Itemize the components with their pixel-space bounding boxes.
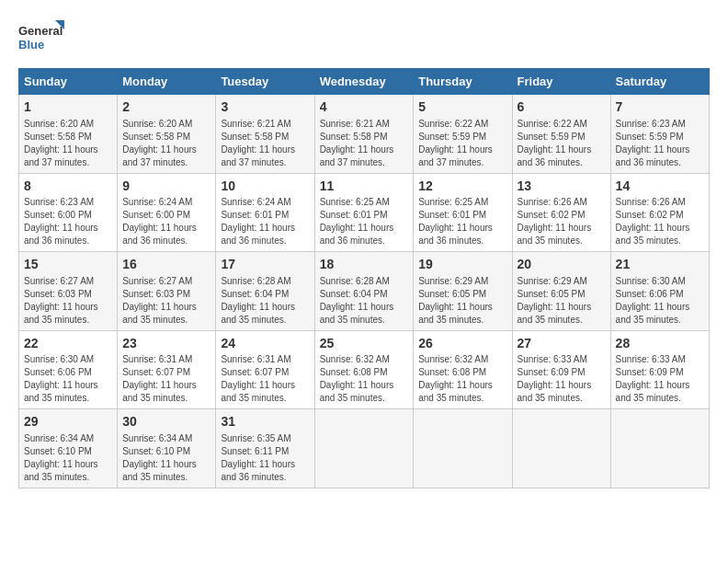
day-number: 27 [518, 335, 606, 353]
day-info: Sunrise: 6:20 AMSunset: 5:58 PMDaylight:… [24, 118, 112, 169]
day-info: Sunrise: 6:27 AMSunset: 6:03 PMDaylight:… [122, 275, 210, 327]
calendar-cell: 18Sunrise: 6:28 AMSunset: 6:04 PMDayligh… [314, 252, 414, 331]
day-number: 7 [616, 98, 704, 117]
day-number: 10 [221, 178, 309, 196]
day-number: 15 [24, 256, 112, 274]
day-number: 28 [616, 335, 704, 353]
day-info: Sunrise: 6:28 AMSunset: 6:04 PMDaylight:… [320, 275, 409, 327]
day-info: Sunrise: 6:29 AMSunset: 6:05 PMDaylight:… [418, 275, 506, 327]
calendar-cell [512, 409, 610, 488]
logo-svg: General Blue [18, 18, 64, 59]
column-header-wednesday: Wednesday [314, 69, 414, 95]
calendar-cell: 30Sunrise: 6:34 AMSunset: 6:10 PMDayligh… [118, 409, 216, 488]
day-number: 26 [418, 335, 506, 353]
day-info: Sunrise: 6:20 AMSunset: 5:58 PMDaylight:… [122, 118, 210, 169]
calendar-cell: 26Sunrise: 6:32 AMSunset: 6:08 PMDayligh… [414, 330, 512, 409]
column-header-thursday: Thursday [414, 69, 512, 95]
day-info: Sunrise: 6:29 AMSunset: 6:05 PMDaylight:… [518, 275, 606, 327]
column-header-tuesday: Tuesday [216, 69, 314, 95]
day-number: 31 [221, 413, 309, 431]
day-info: Sunrise: 6:22 AMSunset: 5:59 PMDaylight:… [418, 118, 506, 169]
calendar-cell: 15Sunrise: 6:27 AMSunset: 6:03 PMDayligh… [19, 252, 118, 331]
calendar-week-2: 8Sunrise: 6:23 AMSunset: 6:00 PMDaylight… [19, 173, 710, 252]
day-number: 9 [122, 178, 210, 196]
calendar-cell: 2Sunrise: 6:20 AMSunset: 5:58 PMDaylight… [118, 95, 216, 174]
day-info: Sunrise: 6:24 AMSunset: 6:01 PMDaylight:… [221, 196, 309, 247]
day-info: Sunrise: 6:23 AMSunset: 5:59 PMDaylight:… [616, 118, 704, 169]
calendar-cell: 3Sunrise: 6:21 AMSunset: 5:58 PMDaylight… [216, 95, 314, 174]
day-number: 6 [518, 98, 606, 117]
day-number: 8 [24, 178, 112, 196]
calendar-cell: 12Sunrise: 6:25 AMSunset: 6:01 PMDayligh… [414, 173, 512, 252]
calendar-cell: 31Sunrise: 6:35 AMSunset: 6:11 PMDayligh… [216, 409, 314, 488]
calendar-cell: 9Sunrise: 6:24 AMSunset: 6:00 PMDaylight… [118, 173, 216, 252]
day-number: 4 [320, 98, 409, 117]
calendar-cell: 20Sunrise: 6:29 AMSunset: 6:05 PMDayligh… [512, 252, 610, 331]
day-number: 22 [24, 335, 112, 353]
calendar-cell: 25Sunrise: 6:32 AMSunset: 6:08 PMDayligh… [314, 330, 414, 409]
day-number: 23 [122, 335, 210, 353]
calendar-cell: 21Sunrise: 6:30 AMSunset: 6:06 PMDayligh… [610, 252, 709, 331]
day-info: Sunrise: 6:30 AMSunset: 6:06 PMDaylight:… [24, 353, 112, 405]
column-header-sunday: Sunday [19, 69, 118, 95]
day-info: Sunrise: 6:33 AMSunset: 6:09 PMDaylight:… [616, 353, 704, 405]
calendar-cell: 11Sunrise: 6:25 AMSunset: 6:01 PMDayligh… [314, 173, 414, 252]
calendar-cell [610, 409, 709, 488]
calendar-cell: 7Sunrise: 6:23 AMSunset: 5:59 PMDaylight… [610, 95, 709, 174]
day-info: Sunrise: 6:34 AMSunset: 6:10 PMDaylight:… [24, 432, 112, 484]
calendar-cell: 24Sunrise: 6:31 AMSunset: 6:07 PMDayligh… [216, 330, 314, 409]
logo: General Blue [18, 18, 64, 59]
day-info: Sunrise: 6:25 AMSunset: 6:01 PMDaylight:… [320, 196, 409, 247]
day-info: Sunrise: 6:26 AMSunset: 6:02 PMDaylight:… [616, 196, 704, 247]
day-number: 19 [418, 256, 506, 274]
calendar-cell: 16Sunrise: 6:27 AMSunset: 6:03 PMDayligh… [118, 252, 216, 331]
day-number: 18 [320, 256, 409, 274]
calendar-cell: 1Sunrise: 6:20 AMSunset: 5:58 PMDaylight… [19, 95, 118, 174]
day-info: Sunrise: 6:27 AMSunset: 6:03 PMDaylight:… [24, 275, 112, 327]
day-info: Sunrise: 6:32 AMSunset: 6:08 PMDaylight:… [418, 353, 506, 405]
day-number: 5 [418, 98, 506, 117]
day-number: 12 [418, 178, 506, 196]
day-info: Sunrise: 6:32 AMSunset: 6:08 PMDaylight:… [320, 353, 409, 405]
day-info: Sunrise: 6:30 AMSunset: 6:06 PMDaylight:… [616, 275, 704, 327]
calendar-cell: 8Sunrise: 6:23 AMSunset: 6:00 PMDaylight… [19, 173, 118, 252]
day-info: Sunrise: 6:31 AMSunset: 6:07 PMDaylight:… [122, 353, 210, 405]
calendar-cell: 13Sunrise: 6:26 AMSunset: 6:02 PMDayligh… [512, 173, 610, 252]
day-info: Sunrise: 6:26 AMSunset: 6:02 PMDaylight:… [518, 196, 606, 247]
day-number: 1 [24, 98, 112, 117]
day-number: 25 [320, 335, 409, 353]
svg-text:General: General [18, 24, 63, 38]
calendar-cell: 10Sunrise: 6:24 AMSunset: 6:01 PMDayligh… [216, 173, 314, 252]
calendar-cell: 27Sunrise: 6:33 AMSunset: 6:09 PMDayligh… [512, 330, 610, 409]
calendar-cell [314, 409, 414, 488]
day-info: Sunrise: 6:23 AMSunset: 6:00 PMDaylight:… [24, 196, 112, 247]
calendar-week-4: 22Sunrise: 6:30 AMSunset: 6:06 PMDayligh… [19, 330, 710, 409]
day-number: 30 [122, 413, 210, 431]
calendar-cell: 29Sunrise: 6:34 AMSunset: 6:10 PMDayligh… [19, 409, 118, 488]
day-info: Sunrise: 6:21 AMSunset: 5:58 PMDaylight:… [221, 118, 309, 169]
calendar-cell: 6Sunrise: 6:22 AMSunset: 5:59 PMDaylight… [512, 95, 610, 174]
calendar-table: SundayMondayTuesdayWednesdayThursdayFrid… [18, 68, 710, 488]
day-info: Sunrise: 6:33 AMSunset: 6:09 PMDaylight:… [518, 353, 606, 405]
calendar-cell: 4Sunrise: 6:21 AMSunset: 5:58 PMDaylight… [314, 95, 414, 174]
day-number: 21 [616, 256, 704, 274]
day-info: Sunrise: 6:34 AMSunset: 6:10 PMDaylight:… [122, 432, 210, 484]
svg-text:Blue: Blue [18, 38, 44, 52]
day-number: 17 [221, 256, 309, 274]
column-header-friday: Friday [512, 69, 610, 95]
day-number: 3 [221, 98, 309, 117]
calendar-cell: 14Sunrise: 6:26 AMSunset: 6:02 PMDayligh… [610, 173, 709, 252]
day-number: 20 [518, 256, 606, 274]
calendar-week-1: 1Sunrise: 6:20 AMSunset: 5:58 PMDaylight… [19, 95, 710, 174]
day-info: Sunrise: 6:25 AMSunset: 6:01 PMDaylight:… [418, 196, 506, 247]
calendar-week-5: 29Sunrise: 6:34 AMSunset: 6:10 PMDayligh… [19, 409, 710, 488]
column-header-saturday: Saturday [610, 69, 709, 95]
calendar-cell [414, 409, 512, 488]
day-number: 13 [518, 178, 606, 196]
day-number: 16 [122, 256, 210, 274]
calendar-cell: 19Sunrise: 6:29 AMSunset: 6:05 PMDayligh… [414, 252, 512, 331]
calendar-cell: 28Sunrise: 6:33 AMSunset: 6:09 PMDayligh… [610, 330, 709, 409]
column-header-monday: Monday [118, 69, 216, 95]
day-number: 14 [616, 178, 704, 196]
day-info: Sunrise: 6:22 AMSunset: 5:59 PMDaylight:… [518, 118, 606, 169]
